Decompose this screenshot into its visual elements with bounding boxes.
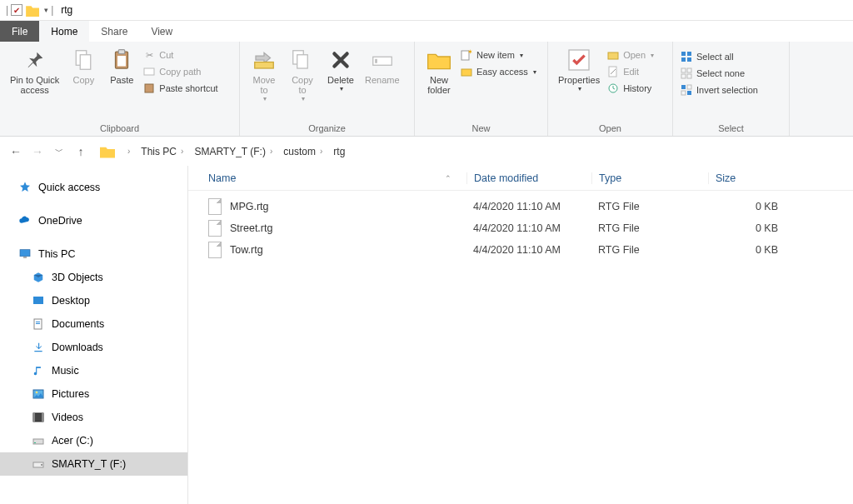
nav-smarty-t-f[interactable]: SMARTY_T (F:) — [0, 452, 187, 476]
copy-button[interactable]: Copy — [64, 45, 102, 87]
nav-recent-dropdown[interactable]: ﹀ — [50, 142, 68, 161]
breadcrumb-root-caret[interactable]: › — [120, 147, 137, 156]
ribbon-group-clipboard: Pin to Quick access Copy Paste ✂ Cut Cop… — [0, 42, 240, 136]
nav-videos-label: Videos — [52, 412, 83, 423]
breadcrumb-thispc-label: This PC — [141, 146, 177, 157]
tab-file[interactable]: File — [0, 21, 39, 42]
ribbon-group-select: Select all Select none Invert selection … — [673, 42, 790, 136]
easyaccess-label: Easy access — [476, 67, 528, 77]
paste-button[interactable]: Paste — [102, 45, 141, 87]
breadcrumb-custom[interactable]: custom› — [280, 146, 330, 157]
easy-access-button[interactable]: Easy access▾ — [458, 63, 538, 80]
documents-icon — [32, 317, 45, 331]
window-title: rtg — [61, 4, 72, 16]
history-button[interactable]: History — [605, 80, 656, 97]
column-size[interactable]: Size — [708, 172, 791, 184]
file-row[interactable]: MPG.rtg4/4/2020 11:10 AMRTG File0 KB — [188, 196, 853, 217]
address-bar[interactable]: › This PC› SMARTY_T (F:)› custom› rtg — [100, 145, 348, 158]
copy-path-button[interactable]: Copy path — [141, 63, 219, 80]
downloads-icon — [32, 341, 45, 354]
music-icon — [32, 364, 45, 377]
column-headers: Name ⌃ Date modified Type Size — [188, 166, 853, 191]
select-all-button[interactable]: Select all — [678, 48, 760, 65]
svg-rect-5 — [144, 68, 154, 75]
nav-music[interactable]: Music — [0, 359, 187, 382]
breadcrumb-thispc[interactable]: This PC› — [137, 146, 191, 157]
ribbon-tabs: File Home Share View — [0, 21, 853, 42]
desktop-icon — [32, 294, 45, 307]
file-row[interactable]: Street.rtg4/4/2020 11:10 AMRTG File0 KB — [188, 217, 853, 239]
tab-share[interactable]: Share — [89, 21, 139, 42]
pictures-icon — [32, 387, 45, 401]
nav-videos[interactable]: Videos — [0, 406, 187, 429]
qat-folder-icon[interactable] — [26, 3, 39, 17]
nav-onedrive[interactable]: OneDrive — [0, 209, 187, 232]
navigation-pane[interactable]: Quick access OneDrive This PC 3D Objects… — [0, 166, 188, 504]
nav-pictures[interactable]: Pictures — [0, 382, 187, 406]
edit-button[interactable]: Edit — [605, 63, 656, 80]
new-item-button[interactable]: ✶ New item▾ — [458, 47, 538, 63]
nav-3d-objects[interactable]: 3D Objects — [0, 266, 187, 289]
properties-button[interactable]: Properties▾ — [553, 45, 605, 94]
nav-acer-c[interactable]: Acer (C:) — [0, 429, 187, 452]
open-button[interactable]: Open▾ — [605, 47, 656, 63]
svg-rect-45 — [41, 464, 42, 466]
moveto-label: Move to — [253, 75, 276, 95]
properties-label: Properties — [558, 75, 600, 85]
nav-desktop[interactable]: Desktop — [0, 289, 187, 312]
nav-quick-access[interactable]: Quick access — [0, 176, 187, 199]
removable-drive-icon — [32, 457, 45, 471]
newfolder-icon — [426, 47, 452, 73]
nav-3d-objects-label: 3D Objects — [52, 272, 103, 283]
select-none-button[interactable]: Select none — [678, 65, 760, 82]
cut-button[interactable]: ✂ Cut — [141, 47, 219, 63]
copyto-caret-icon: ▾ — [302, 95, 305, 102]
move-to-button[interactable]: Move to▾ — [245, 45, 283, 104]
newitem-icon: ✶ — [460, 48, 473, 62]
nav-quick-access-label: Quick access — [38, 182, 100, 193]
copy-to-button[interactable]: Copy to▾ — [283, 45, 322, 104]
history-icon — [606, 82, 620, 95]
copy-label: Copy — [72, 75, 94, 85]
svg-rect-3 — [119, 50, 126, 54]
nav-back-button[interactable]: ← — [7, 142, 25, 161]
svg-rect-25 — [681, 74, 686, 78]
file-date: 4/4/2020 11:10 AM — [466, 222, 591, 234]
new-folder-button[interactable]: New folder — [420, 45, 458, 97]
tab-home[interactable]: Home — [39, 21, 89, 42]
tab-view[interactable]: View — [139, 21, 184, 42]
qat-properties-toggle[interactable]: ✔ — [11, 4, 22, 16]
invert-label: Invert selection — [696, 85, 758, 95]
svg-rect-30 — [687, 91, 691, 95]
qat-dropdown-icon[interactable]: ▾ — [44, 6, 48, 14]
copypath-icon — [142, 65, 156, 78]
breadcrumb-drive[interactable]: SMARTY_T (F:)› — [191, 146, 280, 157]
newitem-caret-icon: ▾ — [520, 52, 523, 59]
file-row[interactable]: Tow.rtg4/4/2020 11:10 AMRTG File0 KB — [188, 239, 853, 261]
newfolder-label: New folder — [427, 75, 451, 95]
rename-button[interactable]: Rename — [360, 45, 405, 87]
paste-shortcut-button[interactable]: Paste shortcut — [141, 80, 219, 97]
breadcrumb-rtg[interactable]: rtg — [330, 146, 348, 157]
nav-downloads[interactable]: Downloads — [0, 336, 187, 359]
copyto-icon — [289, 47, 316, 73]
copy-icon — [70, 47, 97, 73]
column-date[interactable]: Date modified — [466, 172, 591, 184]
nav-forward-button[interactable]: → — [28, 142, 47, 161]
nav-up-button[interactable]: ↑ — [72, 142, 90, 161]
svg-rect-31 — [20, 250, 30, 257]
main-area: Quick access OneDrive This PC 3D Objects… — [0, 166, 853, 504]
column-name[interactable]: Name ⌃ — [208, 172, 466, 184]
file-size: 0 KB — [708, 244, 791, 256]
nav-documents[interactable]: Documents — [0, 312, 187, 336]
svg-rect-24 — [687, 68, 691, 72]
column-type[interactable]: Type — [591, 172, 708, 184]
svg-rect-1 — [81, 55, 92, 70]
svg-rect-21 — [681, 57, 686, 62]
svg-rect-40 — [33, 413, 35, 422]
delete-button[interactable]: Delete▾ — [322, 45, 360, 94]
pin-to-quick-access-button[interactable]: Pin to Quick access — [5, 45, 64, 97]
nav-this-pc[interactable]: This PC — [0, 242, 187, 266]
invert-selection-button[interactable]: Invert selection — [678, 82, 760, 98]
delete-label: Delete — [327, 75, 354, 85]
